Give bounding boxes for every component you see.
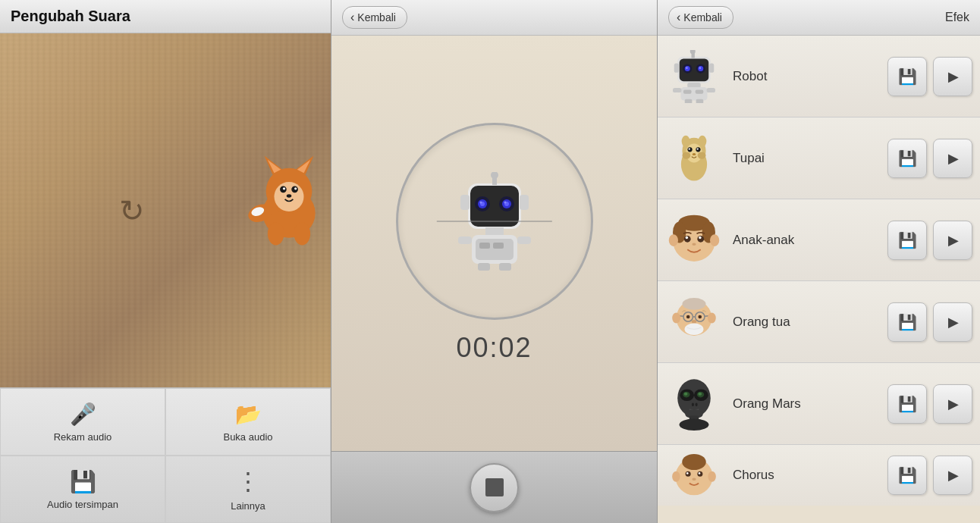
- effect-row-anak: Anak-anak 💾 ▶: [658, 199, 980, 281]
- effect-avatar-tua: [665, 293, 722, 350]
- svg-point-106: [679, 418, 708, 431]
- svg-point-12: [268, 222, 284, 245]
- mic-icon: 🎤: [70, 402, 96, 427]
- svg-point-25: [504, 202, 506, 204]
- footer-grid: 🎤 Rekam audio 📂 Buka audio 💾 Audio tersi…: [0, 388, 331, 523]
- svg-point-46: [699, 67, 701, 69]
- play-icon-5: ▶: [948, 396, 959, 412]
- svg-point-115: [708, 471, 716, 482]
- svg-rect-26: [460, 195, 470, 210]
- fox-character: [240, 152, 331, 250]
- floppy-icon-3: 💾: [898, 231, 917, 249]
- effects-page-title: Efek: [945, 11, 969, 24]
- rekam-audio-label: Rekam audio: [54, 431, 112, 443]
- chevron-left-icon: ‹: [350, 11, 354, 24]
- svg-point-9: [283, 187, 285, 189]
- panel-main: Pengubah Suara ↻: [0, 0, 331, 523]
- effect-actions-anak: 💾 ▶: [887, 221, 972, 260]
- effect-actions-robot: 💾 ▶: [887, 57, 972, 96]
- svg-rect-32: [476, 239, 514, 260]
- save-mars-button[interactable]: 💾: [887, 384, 927, 424]
- effects-list: Robot 💾 ▶: [658, 36, 980, 523]
- svg-point-67: [696, 148, 698, 149]
- effects-back-button[interactable]: ‹ Kembali: [668, 6, 733, 29]
- svg-point-45: [686, 67, 688, 69]
- svg-point-70: [697, 152, 705, 158]
- save-anak-button[interactable]: 💾: [887, 221, 927, 260]
- svg-rect-56: [706, 87, 715, 92]
- lainnya-button[interactable]: ⋮ Lainnya: [165, 456, 331, 523]
- main-content-area: ↻: [0, 33, 331, 387]
- play-anak-button[interactable]: ▶: [933, 221, 972, 260]
- svg-rect-47: [674, 63, 678, 72]
- svg-point-13: [294, 222, 311, 245]
- svg-rect-37: [458, 236, 472, 244]
- svg-point-10: [294, 187, 297, 189]
- floppy-icon-4: 💾: [898, 313, 917, 331]
- svg-point-77: [685, 236, 688, 239]
- folder-icon: 📂: [235, 402, 262, 427]
- svg-rect-34: [493, 243, 504, 249]
- save-chorus-button[interactable]: 💾: [887, 456, 927, 495]
- stop-button[interactable]: [470, 463, 519, 512]
- svg-point-62: [698, 135, 706, 147]
- save-icon: 💾: [70, 469, 96, 494]
- record-header: ‹ Kembali: [331, 0, 657, 36]
- save-tupai-button[interactable]: 💾: [887, 139, 927, 178]
- svg-rect-55: [673, 87, 681, 92]
- svg-rect-38: [517, 236, 531, 244]
- effect-actions-mars: 💾 ▶: [887, 384, 972, 424]
- svg-point-78: [699, 236, 702, 239]
- play-robot-button[interactable]: ▶: [933, 57, 972, 96]
- floppy-icon-6: 💾: [898, 466, 917, 484]
- svg-point-90: [698, 315, 702, 318]
- record-back-button[interactable]: ‹ Kembali: [342, 6, 407, 29]
- svg-rect-54: [695, 89, 703, 93]
- play-tua-button[interactable]: ▶: [933, 302, 972, 342]
- record-circle: [396, 123, 593, 320]
- waveform-line: [436, 221, 551, 222]
- play-tupai-button[interactable]: ▶: [933, 139, 972, 178]
- svg-point-113: [692, 478, 696, 481]
- effect-row-tua: Orang tua 💾 ▶: [658, 281, 980, 363]
- svg-point-100: [683, 392, 687, 395]
- svg-point-94: [707, 312, 715, 323]
- svg-point-114: [672, 471, 680, 482]
- floppy-icon-5: 💾: [898, 395, 917, 413]
- effect-row-tupai: Tupai 💾 ▶: [658, 117, 980, 199]
- panel-effects: ‹ Kembali Efek: [658, 0, 980, 523]
- effect-row-chorus: Chorus 💾 ▶: [658, 445, 980, 506]
- effect-avatar-tupai: [665, 130, 722, 186]
- rekam-audio-button[interactable]: 🎤 Rekam audio: [0, 388, 165, 456]
- play-mars-button[interactable]: ▶: [933, 384, 972, 424]
- svg-point-111: [686, 472, 688, 474]
- svg-point-91: [691, 319, 696, 323]
- svg-point-61: [681, 135, 689, 147]
- record-content: 00:02: [331, 36, 657, 451]
- floppy-icon: 💾: [898, 67, 917, 86]
- save-robot-button[interactable]: 💾: [887, 57, 927, 96]
- play-icon-4: ▶: [948, 314, 959, 330]
- svg-point-102: [691, 402, 693, 406]
- effect-avatar-chorus: [665, 447, 722, 504]
- effect-name-mars: Orang Mars: [733, 396, 887, 412]
- effect-actions-tupai: 💾 ▶: [887, 139, 972, 178]
- svg-point-24: [479, 202, 482, 204]
- stop-icon: [485, 478, 504, 496]
- svg-rect-35: [478, 263, 490, 271]
- effect-row-robot: Robot 💾 ▶: [658, 36, 980, 117]
- save-tua-button[interactable]: 💾: [887, 302, 927, 342]
- effect-name-tupai: Tupai: [733, 151, 887, 166]
- effect-actions-chorus: 💾 ▶: [887, 456, 972, 495]
- play-icon-2: ▶: [948, 150, 959, 167]
- app-title: Pengubah Suara: [11, 8, 320, 25]
- audio-tersimpan-label: Audio tersimpan: [47, 499, 118, 510]
- audio-tersimpan-button[interactable]: 💾 Audio tersimpan: [0, 456, 165, 523]
- play-chorus-button[interactable]: ▶: [933, 456, 972, 495]
- svg-rect-58: [696, 99, 703, 102]
- svg-point-101: [698, 392, 702, 395]
- svg-point-81: [710, 234, 719, 246]
- buka-audio-button[interactable]: 📂 Buka audio: [165, 388, 331, 456]
- panel-record: ‹ Kembali: [331, 0, 658, 523]
- main-footer: 🎤 Rekam audio 📂 Buka audio 💾 Audio tersi…: [0, 387, 331, 523]
